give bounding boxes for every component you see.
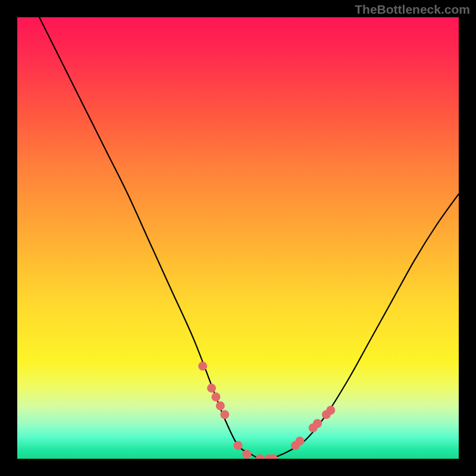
chart-plot-area	[17, 17, 459, 459]
highlight-dot	[326, 406, 335, 415]
highlight-dot	[211, 393, 220, 402]
highlight-dot	[234, 441, 243, 450]
highlight-dot	[242, 450, 251, 459]
highlight-dots-group	[198, 362, 335, 459]
highlight-dot	[216, 401, 225, 410]
bottleneck-curve-path	[39, 17, 459, 459]
watermark-text: TheBottleneck.com	[355, 2, 470, 17]
highlight-dot	[256, 455, 265, 459]
chart-svg	[17, 17, 459, 459]
highlight-dot	[220, 410, 229, 419]
highlight-dot	[207, 384, 216, 393]
highlight-dot	[313, 419, 322, 428]
highlight-dot	[198, 362, 207, 371]
highlight-dot	[295, 437, 304, 446]
